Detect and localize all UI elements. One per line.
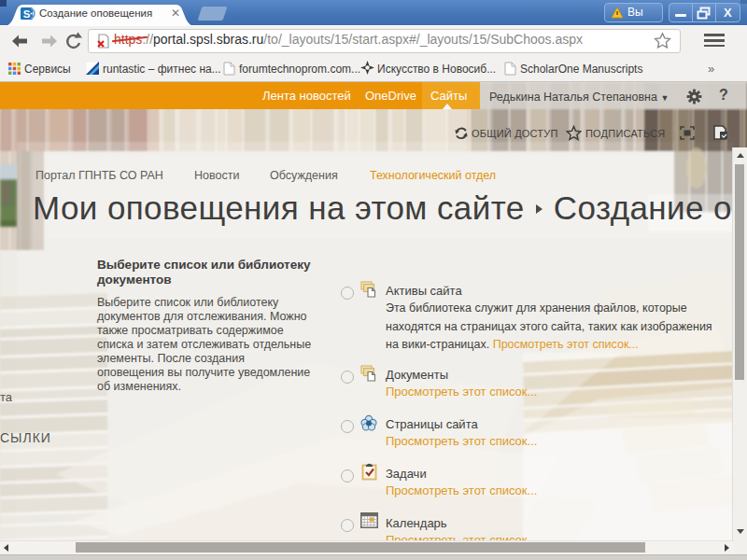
- svg-text:S: S: [23, 8, 31, 20]
